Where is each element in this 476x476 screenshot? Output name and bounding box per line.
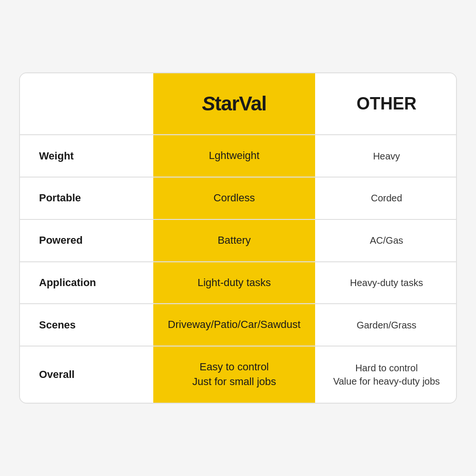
feature-label: Weight [39,150,74,162]
cell-other-5: Hard to controlValue for heavy-duty jobs [315,347,457,403]
starval-value: Cordless [214,191,255,206]
starval-value: Battery [218,233,251,248]
other-header-label: OTHER [357,94,416,114]
other-value: Heavy-duty tasks [350,276,423,289]
table-body: WeightLghtweightHeavyPortableCordlessCor… [20,135,456,403]
starval-text: tarVal [215,92,266,115]
cell-other-2: AC/Gas [315,220,457,261]
feature-label: Powered [39,234,83,247]
comparison-table: SStarValtarVal OTHER WeightLghtweightHea… [19,72,457,404]
other-value: Hard to controlValue for heavy-duty jobs [333,361,440,388]
starval-value: Light-duty tasks [198,276,271,290]
other-value: AC/Gas [370,234,403,247]
header-other-cell: OTHER [315,73,457,134]
feature-label: Application [39,277,96,289]
cell-starval-2: Battery [153,220,315,261]
other-value: Garden/Grass [357,318,416,332]
cell-starval-1: Cordless [153,178,315,219]
starval-value: Lghtweight [209,149,259,163]
cell-feature-2: Powered [20,220,153,261]
cell-starval-3: Light-duty tasks [153,262,315,304]
starval-s-letter: S [202,92,215,115]
feature-label: Portable [39,192,81,204]
cell-other-4: Garden/Grass [315,304,457,346]
header-feature-cell [20,73,153,134]
cell-starval-4: Driveway/Patio/Car/Sawdust [153,304,315,346]
cell-other-1: Corded [315,178,457,219]
starval-value: Easy to controlJust for small jobs [192,360,276,389]
cell-feature-5: Overall [20,347,153,403]
cell-feature-3: Application [20,262,153,304]
cell-starval-5: Easy to controlJust for small jobs [153,347,315,403]
other-value: Heavy [373,149,400,163]
cell-feature-1: Portable [20,178,153,219]
cell-feature-0: Weight [20,135,153,177]
feature-label: Overall [39,368,75,381]
feature-label: Scenes [39,319,76,331]
table-row: PoweredBatteryAC/Gas [20,220,456,262]
header-row: SStarValtarVal OTHER [20,73,456,135]
cell-feature-4: Scenes [20,304,153,346]
other-value: Corded [371,191,402,205]
header-starval-cell: SStarValtarVal [153,73,315,134]
table-row: OverallEasy to controlJust for small job… [20,347,456,403]
cell-other-3: Heavy-duty tasks [315,262,457,304]
table-row: WeightLghtweightHeavy [20,135,456,178]
cell-starval-0: Lghtweight [153,135,315,177]
cell-other-0: Heavy [315,135,457,177]
table-row: PortableCordlessCorded [20,178,456,220]
starval-value: Driveway/Patio/Car/Sawdust [168,317,301,332]
starval-logo: SStarValtarVal [202,92,266,115]
table-row: ScenesDriveway/Patio/Car/SawdustGarden/G… [20,304,456,347]
table-row: ApplicationLight-duty tasksHeavy-duty ta… [20,262,456,305]
